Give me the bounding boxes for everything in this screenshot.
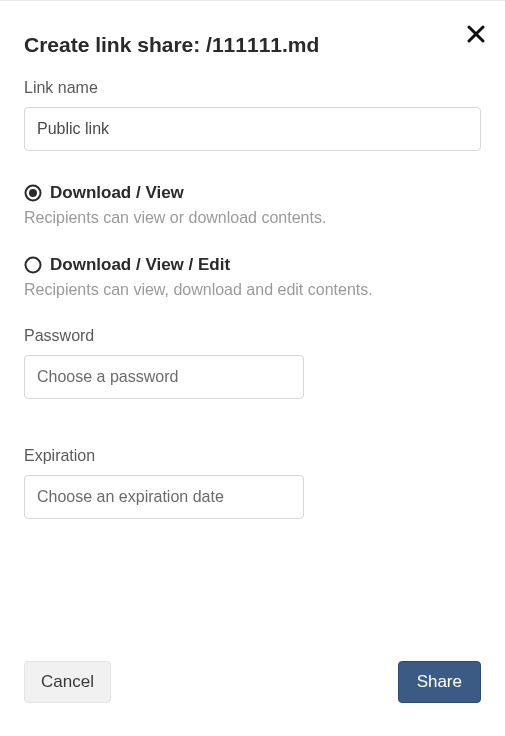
create-link-share-dialog: Create link share: /111111.md Link name … [0, 1, 505, 541]
cancel-button[interactable]: Cancel [24, 661, 111, 703]
radio-download-view[interactable]: Download / View [24, 183, 481, 203]
share-button[interactable]: Share [398, 661, 481, 703]
expiration-label: Expiration [24, 447, 481, 465]
radio-download-view-edit-label: Download / View / Edit [50, 255, 230, 275]
close-icon [467, 31, 485, 46]
radio-unselected-icon [24, 256, 42, 274]
permissions-group: Download / View Recipients can view or d… [24, 183, 481, 299]
link-name-input[interactable] [24, 107, 481, 151]
dialog-footer: Cancel Share [24, 661, 481, 703]
close-button[interactable] [463, 21, 489, 50]
radio-download-view-edit[interactable]: Download / View / Edit [24, 255, 481, 275]
svg-point-3 [29, 189, 37, 197]
password-input[interactable] [24, 355, 304, 399]
expiration-section: Expiration [24, 447, 481, 519]
password-section: Password [24, 327, 481, 399]
radio-selected-icon [24, 184, 42, 202]
password-label: Password [24, 327, 481, 345]
dialog-title: Create link share: /111111.md [24, 33, 481, 57]
link-name-label: Link name [24, 79, 481, 97]
expiration-input[interactable] [24, 475, 304, 519]
radio-download-view-desc: Recipients can view or download contents… [24, 209, 481, 227]
radio-download-view-edit-desc: Recipients can view, download and edit c… [24, 281, 481, 299]
svg-point-4 [26, 258, 41, 273]
radio-download-view-label: Download / View [50, 183, 184, 203]
